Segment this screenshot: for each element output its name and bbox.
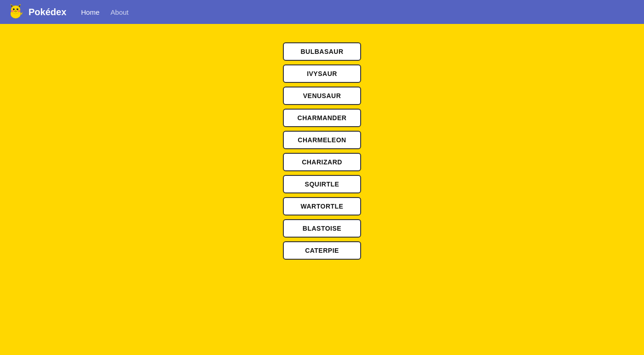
svg-point-6 — [13, 8, 15, 10]
pokemon-button[interactable]: CATERPIE — [283, 241, 361, 260]
pokemon-button[interactable]: CHARMANDER — [283, 109, 361, 127]
svg-point-8 — [14, 9, 14, 9]
pokemon-button[interactable]: VENUSAUR — [283, 87, 361, 105]
svg-point-7 — [17, 8, 18, 10]
svg-point-9 — [17, 9, 18, 9]
pikachu-logo — [7, 4, 24, 20]
pokemon-button[interactable]: IVYSAUR — [283, 64, 361, 83]
svg-point-1 — [11, 6, 20, 14]
nav-home[interactable]: Home — [77, 6, 103, 19]
brand-link[interactable]: Pokédex — [7, 4, 66, 20]
pokemon-button[interactable]: WARTORTLE — [283, 197, 361, 215]
nav-about[interactable]: About — [107, 6, 132, 19]
pokemon-button[interactable]: BULBASAUR — [283, 42, 361, 61]
pokemon-button[interactable]: SQUIRTLE — [283, 175, 361, 193]
navbar: Pokédex Home About — [0, 0, 644, 24]
pokemon-button[interactable]: CHARIZARD — [283, 153, 361, 171]
main-content: BULBASAURIVYSAURVENUSAURCHARMANDERCHARME… — [0, 24, 644, 278]
svg-point-11 — [17, 10, 20, 12]
pokemon-button[interactable]: BLASTOISE — [283, 219, 361, 238]
brand-name: Pokédex — [29, 7, 66, 17]
pokemon-button[interactable]: CHARMELEON — [283, 131, 361, 149]
svg-point-12 — [15, 10, 16, 11]
svg-point-10 — [11, 10, 14, 12]
nav-links: Home About — [77, 6, 132, 19]
